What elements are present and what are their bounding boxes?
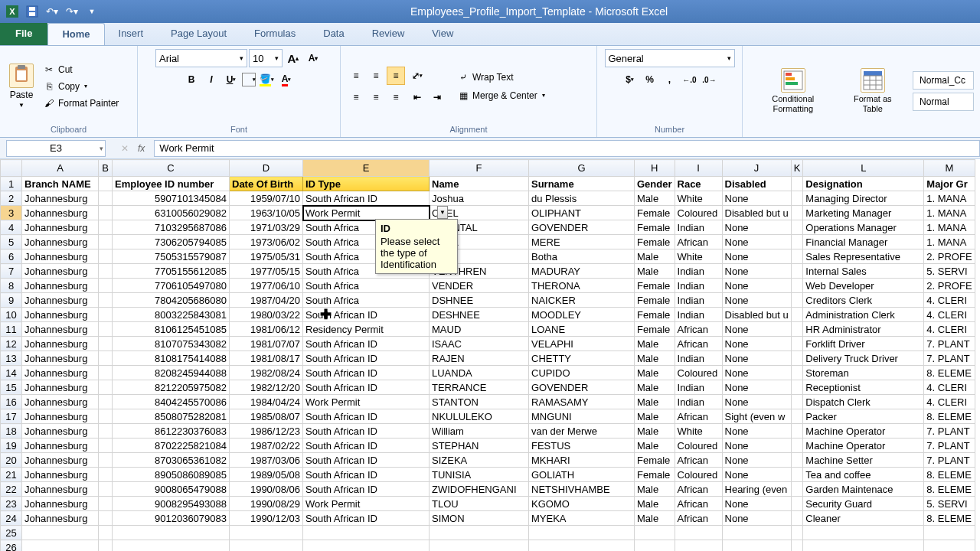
cell[interactable]: GOVENDER: [529, 220, 635, 235]
decrease-indent-button[interactable]: ⇤: [408, 88, 426, 106]
row-head-9[interactable]: 9: [1, 293, 22, 308]
cell[interactable]: 8905086089085: [113, 468, 230, 482]
header-cell[interactable]: Disabled: [722, 177, 791, 191]
cell[interactable]: OLIPHANT: [529, 206, 635, 220]
cell[interactable]: VENDER: [430, 279, 529, 293]
cell[interactable]: Johannesburg: [22, 249, 99, 264]
cell[interactable]: Johannesburg: [22, 482, 99, 497]
cell[interactable]: 8. ELEME: [924, 366, 975, 380]
cell[interactable]: [99, 526, 113, 540]
cell[interactable]: [99, 322, 113, 337]
save-icon[interactable]: [23, 2, 41, 21]
cell[interactable]: None: [722, 279, 791, 293]
cell[interactable]: 1984/04/24: [230, 395, 303, 409]
cell[interactable]: 9008295493088: [113, 497, 230, 511]
cell[interactable]: Johannesburg: [22, 439, 99, 453]
cell[interactable]: [99, 308, 113, 322]
percent-button[interactable]: %: [641, 70, 659, 89]
cell[interactable]: GOVENDER: [529, 380, 635, 395]
cell[interactable]: None: [722, 235, 791, 249]
header-cell[interactable]: Surname: [529, 177, 635, 191]
cell[interactable]: South African ID: [303, 424, 430, 439]
cell[interactable]: Machine Operator: [803, 424, 924, 439]
align-right-button[interactable]: ≡: [387, 88, 405, 106]
fx-icon[interactable]: fx: [138, 143, 145, 154]
cell[interactable]: Male: [635, 424, 675, 439]
cell[interactable]: Botha: [529, 249, 635, 264]
cell[interactable]: 1987/04/20: [230, 293, 303, 308]
cell[interactable]: [99, 366, 113, 380]
cell[interactable]: STEPHAN: [430, 439, 529, 453]
cell[interactable]: 1990/08/06: [230, 482, 303, 497]
cell[interactable]: South African ID: [303, 191, 430, 206]
cell[interactable]: [675, 526, 722, 540]
cell[interactable]: Coloured: [675, 206, 722, 220]
cell[interactable]: Female: [635, 293, 675, 308]
row-head-20[interactable]: 20: [1, 453, 22, 468]
cell[interactable]: None: [722, 468, 791, 482]
cell[interactable]: White: [675, 249, 722, 264]
cell[interactable]: South African ID: [303, 468, 430, 482]
cell[interactable]: Packer: [803, 409, 924, 424]
fill-color-button[interactable]: 🪣▾: [257, 70, 276, 89]
cell[interactable]: Johannesburg: [22, 511, 99, 526]
cell[interactable]: None: [722, 191, 791, 206]
cell[interactable]: South African ID: [303, 439, 430, 453]
comma-button[interactable]: ,: [661, 70, 679, 89]
row-head-3[interactable]: 3: [1, 206, 22, 220]
cell[interactable]: Male: [635, 409, 675, 424]
cell[interactable]: HR Administrator: [803, 322, 924, 337]
row-head-13[interactable]: 13: [1, 351, 22, 366]
cell[interactable]: 2. PROFE: [924, 279, 975, 293]
cell[interactable]: STANTON: [430, 395, 529, 409]
tab-data[interactable]: Data: [309, 23, 358, 45]
cell[interactable]: SIMON: [430, 511, 529, 526]
cell[interactable]: Coloured: [675, 366, 722, 380]
cell[interactable]: South African ID: [303, 453, 430, 468]
cell[interactable]: Tea and coffee: [803, 468, 924, 482]
row-head-24[interactable]: 24: [1, 511, 22, 526]
header-cell[interactable]: [99, 177, 113, 191]
cell[interactable]: None: [722, 380, 791, 395]
conditional-formatting-button[interactable]: Conditional Formatting: [749, 65, 838, 116]
cell[interactable]: CUPIDO: [529, 366, 635, 380]
cell[interactable]: Johannesburg: [22, 308, 99, 322]
cell[interactable]: Johannesburg: [22, 468, 99, 482]
cell[interactable]: 2. PROFE: [924, 249, 975, 264]
cell[interactable]: [99, 235, 113, 249]
cell[interactable]: van der Merwe: [529, 424, 635, 439]
cell[interactable]: Managing Director: [803, 191, 924, 206]
col-head-D[interactable]: D: [230, 160, 303, 177]
cell[interactable]: African: [675, 497, 722, 511]
cell[interactable]: 8003225843081: [113, 308, 230, 322]
cell[interactable]: Male: [635, 380, 675, 395]
cell[interactable]: 1985/08/07: [230, 409, 303, 424]
cell[interactable]: 7706105497080: [113, 279, 230, 293]
cell[interactable]: [791, 497, 803, 511]
cell[interactable]: Johannesburg: [22, 191, 99, 206]
cell[interactable]: None: [722, 395, 791, 409]
cell[interactable]: THERONA: [529, 279, 635, 293]
paste-button[interactable]: Paste ▼: [6, 60, 37, 112]
cell[interactable]: 1987/03/06: [230, 453, 303, 468]
row-head-25[interactable]: 25: [1, 526, 22, 540]
cell[interactable]: [791, 482, 803, 497]
cell[interactable]: 8612230376083: [113, 424, 230, 439]
name-box[interactable]: E3▾: [6, 140, 106, 157]
cell[interactable]: Cleaner: [803, 511, 924, 526]
cell[interactable]: [675, 540, 722, 552]
font-size-select[interactable]: 10▾: [249, 49, 283, 67]
cell[interactable]: South African ID: [303, 308, 430, 322]
cell[interactable]: Marketing Manager: [803, 206, 924, 220]
cancel-icon[interactable]: ✕: [121, 143, 129, 154]
formula-bar[interactable]: Work Permit: [154, 140, 980, 157]
cell[interactable]: 8. ELEME: [924, 511, 975, 526]
cell[interactable]: 8. ELEME: [924, 482, 975, 497]
cell[interactable]: Female: [635, 453, 675, 468]
cell[interactable]: [722, 526, 791, 540]
header-cell[interactable]: Date Of Birth: [230, 177, 303, 191]
cell[interactable]: [430, 540, 529, 552]
cell[interactable]: Operations Manager: [803, 220, 924, 235]
cell[interactable]: [791, 453, 803, 468]
row-head-12[interactable]: 12: [1, 337, 22, 351]
